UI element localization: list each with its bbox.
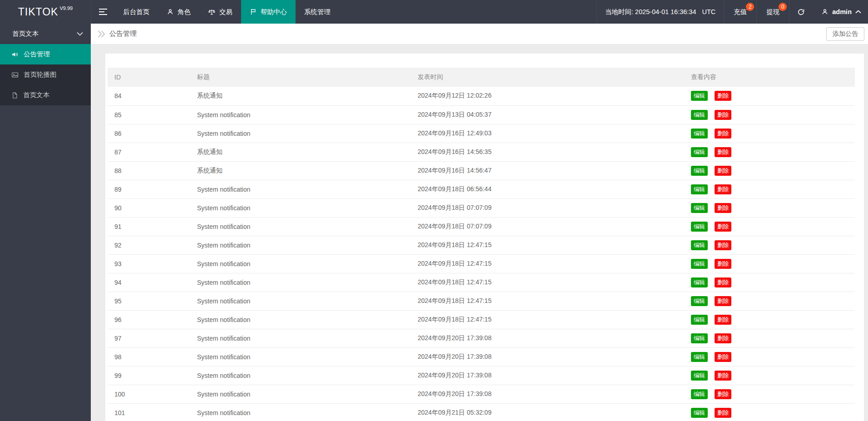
edit-button[interactable]: 编辑 — [691, 240, 708, 250]
cell-time: 2024年09月21日 05:32:09 — [411, 403, 684, 421]
main-nav: 后台首页 角色 交易 帮助中心 系统管理 — [114, 0, 339, 24]
edit-button[interactable]: 编辑 — [691, 315, 708, 325]
cell-time: 2024年09月20日 17:39:08 — [411, 329, 684, 347]
app-logo[interactable]: TIKTOK V9.99 — [0, 0, 91, 24]
sidebar-item-announcements[interactable]: 公告管理 — [0, 44, 91, 64]
cell-id: 89 — [108, 180, 190, 198]
cell-time: 2024年09月13日 04:05:37 — [411, 105, 684, 124]
nav-item-roles[interactable]: 角色 — [158, 0, 199, 24]
double-chevron-icon — [98, 30, 105, 38]
table-row: 95 System notification 2024年09月18日 12:47… — [108, 292, 855, 310]
delete-button[interactable]: 删除 — [715, 277, 731, 287]
sidebar-item-label: 首页文本 — [23, 91, 49, 99]
delete-button[interactable]: 删除 — [715, 184, 731, 194]
edit-button[interactable]: 编辑 — [691, 296, 708, 306]
timezone-label: UTC — [702, 8, 715, 15]
edit-button[interactable]: 编辑 — [691, 166, 708, 176]
file-icon — [11, 92, 18, 99]
delete-button[interactable]: 删除 — [715, 91, 731, 101]
cell-id: 101 — [108, 403, 190, 421]
table-row: 101 System notification 2024年09月21日 05:3… — [108, 403, 855, 421]
sidebar-item-home-text[interactable]: 首页文本 — [0, 85, 91, 105]
add-announcement-button[interactable]: 添加公告 — [826, 27, 864, 41]
delete-button[interactable]: 删除 — [715, 315, 731, 325]
cell-id: 87 — [108, 143, 190, 161]
delete-button[interactable]: 删除 — [715, 166, 731, 176]
cell-id: 94 — [108, 273, 190, 292]
sidebar-item-home-carousel[interactable]: 首页轮播图 — [0, 64, 91, 85]
cell-id: 85 — [108, 105, 190, 124]
cell-title: System notification — [190, 273, 411, 292]
edit-button[interactable]: 编辑 — [691, 203, 708, 213]
edit-button[interactable]: 编辑 — [691, 371, 708, 381]
edit-button[interactable]: 编辑 — [691, 352, 708, 362]
edit-button[interactable]: 编辑 — [691, 333, 708, 343]
table-row: 84 系统通知 2024年09月12日 12:02:26 编辑 删除 — [108, 87, 855, 105]
recharge-button[interactable]: 充值 2 — [724, 0, 756, 24]
edit-button[interactable]: 编辑 — [691, 129, 708, 139]
edit-button[interactable]: 编辑 — [691, 184, 708, 194]
user-menu[interactable]: admin — [813, 0, 868, 24]
table-row: 88 系统通知 2024年09月16日 14:56:47 编辑 删除 — [108, 161, 855, 180]
edit-button[interactable]: 编辑 — [691, 408, 708, 418]
delete-button[interactable]: 删除 — [715, 296, 731, 306]
cell-time: 2024年09月18日 06:56:44 — [411, 180, 684, 198]
delete-button[interactable]: 删除 — [715, 222, 731, 232]
recharge-badge: 2 — [746, 3, 754, 11]
edit-button[interactable]: 编辑 — [691, 389, 708, 399]
refresh-button[interactable] — [789, 0, 813, 24]
edit-button[interactable]: 编辑 — [691, 91, 708, 101]
table-row: 87 系统通知 2024年09月16日 14:56:35 编辑 删除 — [108, 143, 855, 161]
delete-button[interactable]: 删除 — [715, 110, 731, 120]
cell-time: 2024年09月18日 07:07:09 — [411, 217, 684, 236]
delete-button[interactable]: 删除 — [715, 389, 731, 399]
delete-button[interactable]: 删除 — [715, 408, 731, 418]
nav-item-help-center[interactable]: 帮助中心 — [241, 0, 296, 24]
table-row: 94 System notification 2024年09月18日 12:47… — [108, 273, 855, 292]
withdraw-button[interactable]: 提现 0 — [756, 0, 789, 24]
cell-actions: 编辑 删除 — [684, 143, 855, 161]
nav-item-system[interactable]: 系统管理 — [296, 0, 339, 24]
edit-button[interactable]: 编辑 — [691, 222, 708, 232]
nav-item-dashboard[interactable]: 后台首页 — [114, 0, 158, 24]
table-row: 89 System notification 2024年09月18日 06:56… — [108, 180, 855, 198]
cell-actions: 编辑 删除 — [684, 385, 855, 403]
column-header-title: 标题 — [190, 68, 411, 87]
sidebar-group-label: 首页文本 — [12, 30, 39, 38]
cell-title: System notification — [190, 347, 411, 366]
edit-button[interactable]: 编辑 — [691, 147, 708, 157]
image-icon — [11, 71, 19, 79]
delete-button[interactable]: 删除 — [715, 371, 731, 381]
edit-button[interactable]: 编辑 — [691, 110, 708, 120]
cell-id: 84 — [108, 87, 190, 105]
main-area: 公告管理 添加公告 ID 标题 发表时间 查看内容 84 系统通知 2024年0… — [91, 0, 868, 421]
breadcrumb-bar: 公告管理 添加公告 — [91, 24, 868, 45]
nav-item-transactions[interactable]: 交易 — [199, 0, 241, 24]
column-header-content: 查看内容 — [684, 68, 855, 87]
delete-button[interactable]: 删除 — [715, 240, 731, 250]
user-icon — [821, 8, 829, 15]
delete-button[interactable]: 删除 — [715, 259, 731, 269]
delete-button[interactable]: 删除 — [715, 129, 731, 139]
cell-title: System notification — [190, 366, 411, 385]
user-icon — [167, 8, 174, 15]
delete-button[interactable]: 删除 — [715, 352, 731, 362]
edit-button[interactable]: 编辑 — [691, 259, 708, 269]
top-navbar: TIKTOK V9.99 后台首页 角色 交易 帮助中心 — [0, 0, 868, 24]
sidebar-collapse-button[interactable] — [91, 0, 114, 24]
cell-id: 98 — [108, 347, 190, 366]
delete-button[interactable]: 删除 — [715, 333, 731, 343]
cell-actions: 编辑 删除 — [684, 161, 855, 180]
delete-button[interactable]: 删除 — [715, 147, 731, 157]
announcements-card: ID 标题 发表时间 查看内容 84 系统通知 2024年09月12日 12:0… — [105, 54, 864, 421]
cell-time: 2024年09月18日 12:47:15 — [411, 292, 684, 310]
cell-title: System notification — [190, 105, 411, 124]
sidebar-group-home-text[interactable]: 首页文本 — [0, 24, 91, 44]
sidebar-item-label: 公告管理 — [24, 50, 50, 59]
delete-button[interactable]: 删除 — [715, 203, 731, 213]
cell-title: System notification — [190, 217, 411, 236]
cell-time: 2024年09月20日 17:39:08 — [411, 366, 684, 385]
edit-button[interactable]: 编辑 — [691, 277, 708, 287]
content-area: ID 标题 发表时间 查看内容 84 系统通知 2024年09月12日 12:0… — [91, 45, 868, 421]
cell-time: 2024年09月18日 07:07:09 — [411, 198, 684, 217]
